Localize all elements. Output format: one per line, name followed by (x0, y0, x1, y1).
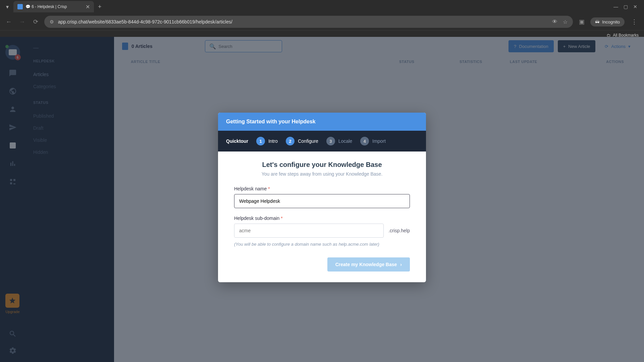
step-configure[interactable]: 2 Configure (286, 137, 318, 145)
close-window-button[interactable]: ✕ (633, 4, 637, 9)
incognito-label: Incognito (602, 19, 620, 24)
helpdesk-subdomain-input[interactable] (234, 224, 384, 238)
url-text: app.crisp.chat/website/6833ae5b-844d-4c9… (58, 19, 548, 24)
modal-header: Getting Started with your Helpdesk (218, 113, 426, 131)
side-panel-icon[interactable]: ▣ (577, 18, 586, 25)
window-controls: — ▢ ✕ (613, 4, 641, 9)
new-tab-button[interactable]: + (98, 3, 102, 10)
label-helpdesk-subdomain: Helpdesk sub-domain * (234, 216, 410, 221)
subdomain-hint: (You will be able to configure a domain … (234, 242, 410, 247)
step-locale[interactable]: 3 Locale (326, 137, 352, 145)
modal-body: Let's configure your Knowledge Base You … (218, 152, 426, 282)
tab-title: 💬 6 - Helpdesk | Crisp (25, 4, 83, 9)
label-helpdesk-name: Helpdesk name * (234, 186, 410, 191)
modal-steps: Quicktour 1 Intro 2 Configure 3 Locale 4… (218, 131, 426, 152)
chrome-menu-button[interactable]: ⋮ (629, 18, 640, 25)
address-bar: ← → ⟳ ⚙ app.crisp.chat/website/6833ae5b-… (0, 13, 644, 30)
reload-button[interactable]: ⟳ (31, 18, 40, 25)
tab-bar: ▾ 💬 6 - Helpdesk | Crisp ✕ + — ▢ ✕ (0, 0, 644, 13)
forward-button[interactable]: → (17, 18, 27, 25)
incognito-badge[interactable]: 🕶 Incognito (590, 17, 625, 26)
modal-title: Let's configure your Knowledge Base (234, 161, 410, 169)
create-knowledge-base-button[interactable]: Create my Knowledge Base › (327, 257, 410, 272)
browser-tab[interactable]: 💬 6 - Helpdesk | Crisp ✕ (13, 1, 94, 12)
helpdesk-name-input[interactable] (234, 194, 410, 208)
quicktour-label: Quicktour (226, 138, 248, 144)
tab-list-dropdown[interactable]: ▾ (3, 2, 12, 11)
site-settings-icon[interactable]: ⚙ (50, 19, 54, 24)
subdomain-suffix: .crisp.help (388, 228, 410, 233)
close-tab-icon[interactable]: ✕ (86, 4, 90, 10)
modal-subtitle: You are few steps away from using your K… (234, 171, 410, 177)
minimize-button[interactable]: — (613, 4, 618, 9)
eye-off-icon[interactable]: 👁 (552, 19, 557, 25)
url-bar[interactable]: ⚙ app.crisp.chat/website/6833ae5b-844d-4… (44, 16, 573, 28)
getting-started-modal: Getting Started with your Helpdesk Quick… (218, 113, 426, 282)
app-root: 6 Upgrade — HELPDESK Articles Categories… (0, 37, 644, 362)
browser-chrome: ▾ 💬 6 - Helpdesk | Crisp ✕ + — ▢ ✕ ← → ⟳… (0, 0, 644, 37)
favicon-icon (17, 4, 23, 9)
back-button[interactable]: ← (4, 18, 13, 25)
step-intro[interactable]: 1 Intro (256, 137, 278, 145)
chevron-right-icon: › (400, 262, 402, 267)
step-import[interactable]: 4 Import (360, 137, 386, 145)
incognito-icon: 🕶 (595, 19, 599, 24)
bookmark-star-icon[interactable]: ☆ (563, 19, 568, 25)
maximize-button[interactable]: ▢ (624, 4, 628, 9)
